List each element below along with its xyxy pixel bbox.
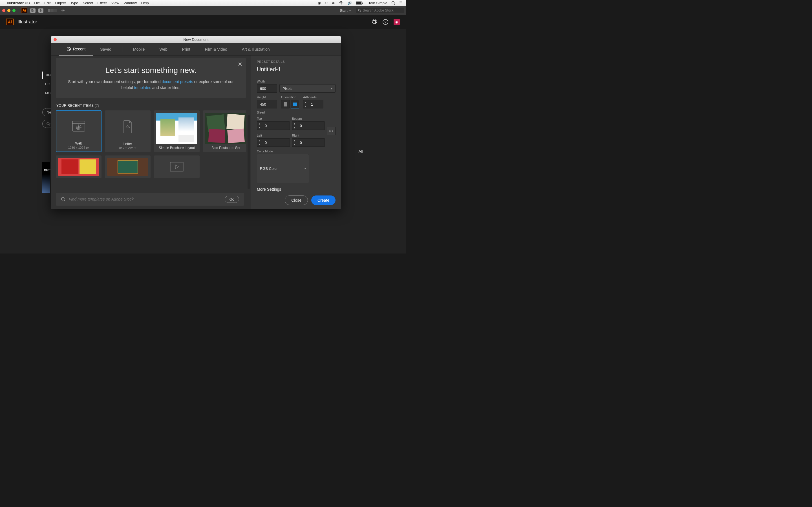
tab-art-illustration[interactable]: Art & Illustration: [235, 43, 277, 55]
adobe-stock-search[interactable]: [356, 8, 404, 13]
window-close-icon[interactable]: [2, 9, 5, 12]
preset-dims: 1280 x 1024 px: [68, 146, 89, 149]
status-wifi-icon[interactable]: [339, 1, 343, 5]
home-filter-all[interactable]: All: [358, 149, 363, 154]
menu-help[interactable]: Help: [141, 1, 149, 5]
menu-edit[interactable]: Edit: [44, 1, 50, 5]
menu-window[interactable]: Window: [124, 1, 137, 5]
menubar-app-name[interactable]: Illustrator CC: [7, 1, 30, 5]
orientation-landscape[interactable]: [291, 100, 299, 108]
preset-name: Bold Postcards Set: [211, 146, 240, 150]
preset-letter[interactable]: Letter 612 x 792 pt: [105, 110, 151, 152]
orientation-portrait[interactable]: [281, 100, 290, 108]
stepper-down-icon[interactable]: ▼: [303, 104, 308, 108]
tab-print[interactable]: Print: [175, 43, 198, 55]
bleed-top-input[interactable]: 0: [262, 121, 290, 130]
preset-template-6[interactable]: [105, 156, 151, 178]
create-button[interactable]: Create: [311, 195, 336, 205]
chevron-down-icon: ▾: [305, 167, 306, 170]
workspace-switcher[interactable]: Start ▾: [338, 7, 353, 14]
dialog-close-icon[interactable]: [54, 38, 57, 41]
preset-postcards[interactable]: Bold Postcards Set: [203, 110, 246, 152]
cc-libraries-icon[interactable]: ◉: [394, 19, 400, 25]
units-select[interactable]: Pixels▾: [280, 84, 336, 93]
tab-web[interactable]: Web: [152, 43, 175, 55]
arrange-documents-icon[interactable]: [48, 9, 57, 12]
search-icon: [61, 197, 65, 202]
status-bluetooth-icon[interactable]: ∗: [332, 1, 335, 5]
menu-select[interactable]: Select: [83, 1, 93, 5]
menu-view[interactable]: View: [111, 1, 119, 5]
menu-effect[interactable]: Effect: [98, 1, 107, 5]
stepper-down-icon[interactable]: ▼: [292, 143, 297, 147]
preset-template-5[interactable]: [56, 156, 101, 178]
stepper-down-icon[interactable]: ▼: [292, 126, 297, 129]
promo-thumb[interactable]: [42, 162, 50, 193]
tab-web-label: Web: [159, 47, 167, 52]
bleed-bottom-input[interactable]: 0: [297, 121, 325, 130]
menu-type[interactable]: Type: [70, 1, 78, 5]
intro-close-icon[interactable]: ✕: [238, 61, 243, 68]
preset-brochure[interactable]: Simple Brochure Layout: [154, 110, 200, 152]
artboards-input[interactable]: 1: [308, 100, 323, 108]
svg-line-7: [360, 11, 361, 12]
tab-saved[interactable]: Saved: [93, 43, 119, 55]
bleed-bottom-stepper[interactable]: ▲▼: [292, 121, 297, 130]
bleed-top-stepper[interactable]: ▲▼: [257, 121, 262, 130]
stepper-down-icon[interactable]: ▼: [257, 143, 262, 147]
bleed-left-stepper[interactable]: ▲▼: [257, 138, 262, 147]
status-volume-icon[interactable]: 🔊: [347, 1, 352, 5]
stepper-up-icon[interactable]: ▲: [303, 100, 308, 104]
tab-film-video[interactable]: Film & Video: [198, 43, 235, 55]
bleed-right-label: Right: [292, 134, 325, 137]
menu-list-icon[interactable]: ☰: [399, 1, 403, 5]
scrollbar[interactable]: [248, 115, 250, 189]
artboards-stepper[interactable]: ▲▼: [303, 100, 308, 108]
gear-icon[interactable]: [371, 19, 377, 25]
menu-object[interactable]: Object: [55, 1, 66, 5]
bridge-icon[interactable]: Br: [30, 8, 36, 13]
tab-print-label: Print: [182, 47, 190, 52]
bleed-left-label: Left: [257, 134, 290, 137]
gpu-icon[interactable]: ✈: [61, 8, 65, 13]
bleed-left-input[interactable]: 0: [262, 138, 290, 147]
template-search-input[interactable]: [69, 197, 221, 202]
adobe-stock-search-input[interactable]: [363, 8, 402, 12]
window-zoom-icon[interactable]: [12, 9, 15, 12]
bleed-right-stepper[interactable]: ▲▼: [292, 138, 297, 147]
link-bleed-icon[interactable]: [327, 127, 336, 135]
intro-text: Start with your own document settings, p…: [67, 79, 235, 91]
menu-file[interactable]: File: [34, 1, 40, 5]
document-name-field[interactable]: Untitled-1: [257, 66, 336, 75]
width-input[interactable]: 600: [257, 84, 277, 93]
status-timemachine-icon[interactable]: ↻: [325, 1, 328, 5]
stepper-up-icon[interactable]: ▲: [257, 122, 262, 126]
svg-rect-14: [170, 162, 183, 171]
status-sync-icon[interactable]: ◉: [318, 1, 321, 5]
width-label: Width: [257, 80, 336, 83]
link-document-presets[interactable]: document presets: [162, 79, 193, 84]
colormode-select[interactable]: RGB Color▾: [257, 154, 309, 183]
stepper-up-icon[interactable]: ▲: [292, 138, 297, 143]
status-battery-icon[interactable]: [356, 1, 363, 5]
bleed-right-input[interactable]: 0: [297, 138, 325, 147]
window-minimize-icon[interactable]: [7, 9, 10, 12]
spotlight-icon[interactable]: [391, 1, 395, 5]
artboards-label: Artboards: [303, 96, 323, 99]
preset-video[interactable]: [154, 156, 200, 178]
stock-icon[interactable]: St: [38, 8, 43, 13]
tab-mobile[interactable]: Mobile: [126, 43, 152, 55]
go-button[interactable]: Go: [225, 196, 239, 203]
app-titlebar: Ai Br St ✈ Start ▾: [0, 6, 406, 15]
tab-recent[interactable]: Recent: [59, 43, 93, 55]
stepper-up-icon[interactable]: ▲: [292, 122, 297, 126]
more-settings-button[interactable]: More Settings: [257, 187, 336, 191]
height-input[interactable]: 450: [257, 100, 277, 108]
preset-web[interactable]: Web 1280 x 1024 px: [56, 110, 101, 152]
stepper-down-icon[interactable]: ▼: [257, 126, 262, 129]
menubar-user[interactable]: Train Simple: [367, 1, 388, 5]
stepper-up-icon[interactable]: ▲: [257, 138, 262, 143]
link-templates[interactable]: templates: [134, 86, 151, 90]
close-button[interactable]: Close: [285, 195, 308, 205]
help-icon[interactable]: ?: [382, 19, 389, 25]
